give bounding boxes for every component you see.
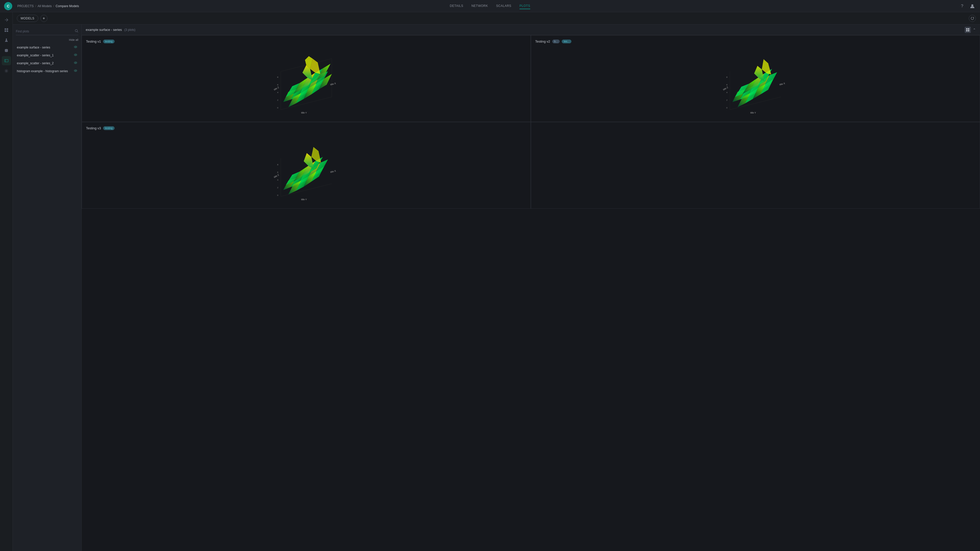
- logo-area: C: [4, 2, 12, 10]
- plot-canvas-v2: title Z title Y title X 0 2 4 6 8: [535, 45, 976, 118]
- breadcrumb-sep-2: /: [53, 4, 54, 8]
- svg-text:0: 0: [277, 194, 278, 197]
- tab-plots[interactable]: PLOTS: [520, 3, 530, 9]
- svg-rect-4: [6, 30, 8, 32]
- plot-header-v3: Testing v3 testing: [86, 126, 527, 130]
- svg-text:title Z: title Z: [722, 86, 729, 91]
- search-icon: [75, 29, 78, 33]
- svg-rect-19: [966, 28, 967, 30]
- user-avatar[interactable]: [969, 3, 976, 10]
- svg-rect-1: [5, 28, 6, 30]
- plot-canvas-v1: title Z title Y title X 0 2 4 6 8: [86, 45, 527, 118]
- svg-text:title Y: title Y: [750, 111, 756, 114]
- hide-all-row: Hide all: [16, 38, 78, 41]
- svg-text:8: 8: [277, 76, 278, 78]
- svg-text:0: 0: [277, 106, 278, 109]
- svg-text:6: 6: [277, 171, 278, 173]
- sidebar-item-example-surface[interactable]: example surface - series: [16, 43, 78, 51]
- plots-main: example surface - series (3 plots) ⌃: [82, 24, 980, 551]
- surface-chart-v3: title Z title Y title X 0 2 4 6 8: [263, 133, 350, 204]
- section-title: example surface - series (3 plots): [86, 28, 965, 32]
- svg-text:4: 4: [277, 179, 278, 181]
- help-button[interactable]: ?: [959, 3, 966, 10]
- svg-point-12: [75, 47, 76, 48]
- content-area: MODELS + Hide all exam: [13, 12, 980, 551]
- nav-icon-dashboard[interactable]: [2, 25, 11, 35]
- svg-point-8: [6, 70, 7, 72]
- svg-marker-90: [311, 147, 321, 163]
- nav-icon-arrow[interactable]: [2, 15, 11, 24]
- eye-icon-0: [74, 45, 77, 49]
- svg-rect-2: [6, 28, 8, 30]
- nav-right: ?: [959, 3, 976, 10]
- plot-canvas-v3: title Z title Y title X 0 2 4 6 8: [86, 132, 527, 204]
- sidebar: Hide all example surface - series exampl…: [13, 24, 82, 551]
- svg-rect-21: [966, 30, 967, 32]
- tab-network[interactable]: NETWORK: [471, 3, 488, 9]
- svg-text:title Z: title Z: [273, 173, 280, 178]
- refresh-button[interactable]: [969, 15, 976, 22]
- svg-point-0: [971, 4, 974, 6]
- surface-chart-v1: title Z title Y title X 0 2 4 6 8: [263, 46, 350, 118]
- svg-text:0: 0: [726, 106, 728, 109]
- breadcrumb: PROJECTS / All Models / Compare Models: [18, 4, 79, 8]
- breadcrumb-compare-models: Compare Models: [56, 4, 79, 8]
- sidebar-item-label: example_scatter - series_1: [17, 54, 54, 57]
- svg-text:title X: title X: [330, 82, 336, 86]
- surface-chart-v2: title Z title Y title X 0 2 4 6 8: [712, 46, 799, 118]
- plot-tag-v2-1: tes...: [562, 40, 571, 43]
- svg-text:title Y: title Y: [301, 111, 307, 114]
- grid-view-button[interactable]: [965, 27, 971, 33]
- search-input[interactable]: [16, 30, 73, 33]
- tab-details[interactable]: DETAILS: [450, 3, 463, 9]
- logo: C: [4, 2, 12, 10]
- svg-text:8: 8: [726, 76, 728, 78]
- svg-text:title Y: title Y: [301, 198, 307, 201]
- svg-point-16: [75, 62, 76, 63]
- eye-icon-2: [74, 61, 77, 65]
- svg-text:2: 2: [726, 99, 728, 101]
- main-layout: MODELS + Hide all exam: [0, 12, 980, 551]
- toolbar: MODELS +: [13, 12, 980, 24]
- icon-nav: [0, 12, 13, 551]
- plot-title-v2: Testing v2: [535, 40, 550, 43]
- svg-rect-3: [5, 30, 6, 32]
- search-box: [16, 27, 78, 35]
- nav-center: DETAILS NETWORK SCALARS PLOTS: [450, 3, 530, 9]
- svg-rect-22: [968, 30, 969, 32]
- svg-text:6: 6: [726, 84, 728, 86]
- eye-icon-3: [74, 69, 77, 73]
- svg-text:8: 8: [277, 164, 278, 166]
- add-model-button[interactable]: +: [40, 15, 48, 22]
- hide-all-button[interactable]: Hide all: [69, 38, 78, 41]
- sidebar-item-label: example surface - series: [17, 46, 50, 49]
- svg-text:title X: title X: [330, 169, 336, 173]
- plot-cell-v3: Testing v3 testing: [82, 122, 531, 209]
- sidebar-item-example-scatter-2[interactable]: example_scatter - series_2: [16, 59, 78, 67]
- section-actions: ⌃: [965, 27, 976, 33]
- plot-title-v1: Testing v1: [86, 40, 101, 43]
- tab-scalars[interactable]: SCALARS: [496, 3, 511, 9]
- sidebar-item-label: example_scatter - series_2: [17, 62, 54, 65]
- plot-title-v3: Testing v3: [86, 126, 101, 130]
- breadcrumb-all-models[interactable]: All Models: [38, 4, 52, 8]
- sidebar-item-example-scatter-1[interactable]: example_scatter - series_1: [16, 51, 78, 59]
- plot-cell-v1: Testing v1 testing: [82, 35, 531, 122]
- breadcrumb-projects[interactable]: PROJECTS: [18, 4, 34, 8]
- plot-tag-v2-0: b...: [552, 40, 560, 43]
- collapse-button[interactable]: ⌃: [973, 28, 976, 32]
- svg-marker-65: [762, 59, 771, 75]
- svg-text:2: 2: [277, 186, 278, 189]
- nav-icon-settings[interactable]: [2, 66, 11, 76]
- sidebar-item-histogram[interactable]: histogram example - histogram series: [16, 67, 78, 75]
- plots-grid: Testing v1 testing: [82, 35, 980, 209]
- section-count: (3 plots): [124, 28, 135, 32]
- svg-point-14: [75, 55, 76, 56]
- nav-icon-experiments[interactable]: [2, 36, 11, 45]
- nav-icon-data[interactable]: [2, 46, 11, 55]
- models-button[interactable]: MODELS: [17, 15, 38, 22]
- plot-cell-v2: Testing v2 b... tes...: [531, 35, 980, 122]
- plot-header-v1: Testing v1 testing: [86, 40, 527, 43]
- nav-icon-models[interactable]: [2, 56, 11, 65]
- plots-layout: Hide all example surface - series exampl…: [13, 24, 980, 551]
